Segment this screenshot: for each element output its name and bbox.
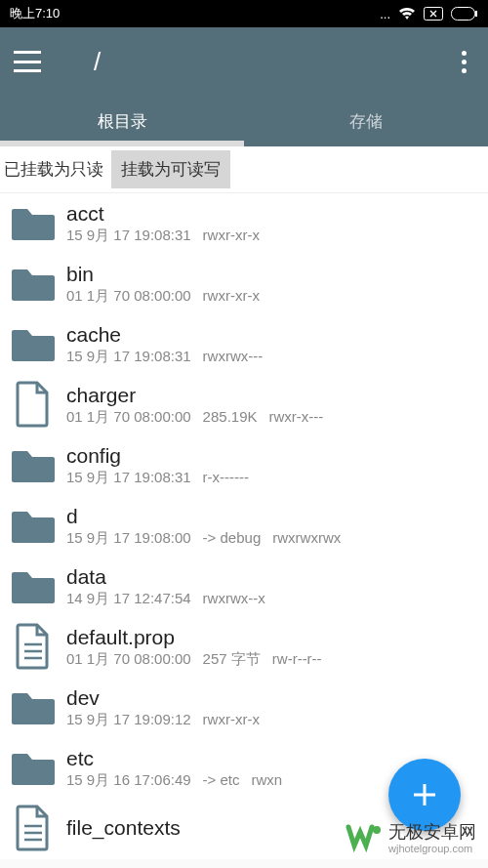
toolbar: / [0, 27, 488, 96]
file-meta: 15 9月 17 19:08:31rwxr-xr-x [66, 227, 478, 245]
file-name: dev [66, 684, 478, 711]
file-info: acct 15 9月 17 19:08:31rwxr-xr-x [66, 200, 478, 245]
file-info: data 14 9月 17 12:47:54rwxrwx--x [66, 563, 478, 608]
plus-icon [410, 780, 439, 809]
file-name: default.prop [66, 624, 478, 650]
file-name: data [66, 563, 478, 590]
file-meta-part: 01 1月 70 08:00:00 [66, 408, 191, 427]
file-info: default.prop 01 1月 70 08:00:00257 字节rw-r… [66, 624, 478, 669]
file-info: config 15 9月 17 19:08:31r-x------ [66, 442, 478, 487]
mount-rw-button[interactable]: 挂载为可读写 [111, 150, 230, 188]
folder-icon [10, 562, 57, 609]
file-name: d [66, 503, 478, 529]
folder-icon [10, 320, 57, 367]
folder-icon [10, 744, 57, 791]
file-meta-part: rwxr-xr-x [203, 711, 260, 729]
file-meta-part: rwxrwxrwx [272, 529, 341, 548]
file-meta-part: 15 9月 16 17:06:49 [66, 771, 191, 790]
file-meta-part: -> etc [203, 771, 240, 790]
file-meta: 15 9月 17 19:09:12rwxr-xr-x [66, 711, 478, 729]
file-meta: 15 9月 17 19:08:31rwxrwx--- [66, 348, 478, 366]
path-title: / [94, 47, 101, 77]
folder-icon [10, 441, 57, 488]
list-item[interactable]: data 14 9月 17 12:47:54rwxrwx--x [0, 557, 488, 617]
file-meta: 01 1月 70 08:00:00rwxr-xr-x [66, 287, 478, 306]
file-meta-part: rwxrwx--x [203, 590, 265, 608]
folder-icon [10, 260, 57, 307]
mount-bar: 已挂载为只读 挂载为可读写 [0, 146, 488, 193]
file-meta-part: 14 9月 17 12:47:54 [66, 590, 191, 608]
list-item[interactable]: charger 01 1月 70 08:00:00285.19Krwxr-x--… [0, 375, 488, 435]
file-meta-part: 15 9月 17 19:08:31 [66, 227, 191, 245]
file-meta-part: rwxr-x--- [269, 408, 324, 427]
file-meta-part: -> debug [203, 529, 262, 548]
list-item[interactable]: bin 01 1月 70 08:00:00rwxr-xr-x [0, 254, 488, 314]
file-meta-part: rwxr-xr-x [203, 227, 260, 245]
file-name: cache [66, 321, 478, 348]
folder-icon [10, 683, 57, 730]
file-name: bin [66, 261, 478, 287]
app-bar: / 根目录 存储 [0, 27, 488, 146]
file-meta-part: 15 9月 17 19:09:12 [66, 711, 191, 729]
file-meta: 14 9月 17 12:47:54rwxrwx--x [66, 590, 478, 608]
file-info: charger 01 1月 70 08:00:00285.19Krwxr-x--… [66, 382, 478, 427]
file-meta: 01 1月 70 08:00:00285.19Krwxr-x--- [66, 408, 478, 427]
status-time: 晚上7:10 [10, 5, 60, 22]
list-item[interactable]: cache 15 9月 17 19:08:31rwxrwx--- [0, 314, 488, 375]
file-name: config [66, 442, 478, 469]
file-meta-part: 285.19K [203, 408, 258, 427]
file-meta: 15 9月 17 19:08:00-> debugrwxrwxrwx [66, 529, 478, 548]
tabs: 根目录 存储 [0, 96, 488, 146]
list-item[interactable]: config 15 9月 17 19:08:31r-x------ [0, 435, 488, 496]
file-meta-part: rwxrwx--- [203, 348, 264, 366]
file-meta-part: 01 1月 70 08:00:00 [66, 287, 191, 306]
list-item[interactable]: dev 15 9月 17 19:09:12rwxr-xr-x [0, 678, 488, 738]
text-icon [10, 623, 57, 670]
file-meta-part: 15 9月 17 19:08:00 [66, 529, 191, 548]
file-meta: 15 9月 17 19:08:31r-x------ [66, 469, 478, 487]
folder-icon [10, 502, 57, 549]
list-item[interactable]: default.prop 01 1月 70 08:00:00257 字节rw-r… [0, 617, 488, 678]
svg-rect-1 [452, 8, 475, 21]
file-meta-part: rwxn [252, 771, 283, 790]
tab-storage[interactable]: 存储 [244, 96, 488, 146]
folder-icon [10, 199, 57, 246]
file-meta-part: 15 9月 17 19:08:31 [66, 469, 191, 487]
file-meta-part: r-x------ [203, 469, 249, 487]
file-info: cache 15 9月 17 19:08:31rwxrwx--- [66, 321, 478, 366]
svg-rect-2 [475, 11, 477, 17]
mount-status: 已挂载为只读 [4, 158, 103, 181]
status-bar: 晚上7:10 ... [0, 0, 488, 27]
list-item[interactable]: d 15 9月 17 19:08:00-> debugrwxrwxrwx [0, 496, 488, 557]
file-info: bin 01 1月 70 08:00:00rwxr-xr-x [66, 261, 478, 306]
list-item[interactable]: acct 15 9月 17 19:08:31rwxr-xr-x [0, 193, 488, 254]
file-name: charger [66, 382, 478, 408]
file-info: dev 15 9月 17 19:09:12rwxr-xr-x [66, 684, 478, 729]
text-icon [10, 805, 57, 851]
file-meta: 01 1月 70 08:00:00257 字节rw-r--r-- [66, 650, 478, 669]
file-meta-part: 15 9月 17 19:08:31 [66, 348, 191, 366]
tab-root[interactable]: 根目录 [0, 96, 244, 146]
file-meta-part: rw-r--r-- [272, 650, 322, 669]
battery-icon [451, 7, 478, 21]
file-meta-part: 257 字节 [203, 650, 261, 669]
file-info: d 15 9月 17 19:08:00-> debugrwxrwxrwx [66, 503, 478, 548]
close-box-icon [424, 7, 443, 21]
wifi-icon [398, 7, 416, 21]
file-meta-part: 01 1月 70 08:00:00 [66, 650, 191, 669]
file-meta-part: rwxr-xr-x [203, 287, 260, 306]
cellular-icon: ... [380, 7, 390, 21]
status-icons: ... [380, 7, 478, 21]
menu-icon[interactable] [14, 51, 41, 72]
more-icon[interactable] [454, 43, 474, 81]
file-icon [10, 381, 57, 428]
add-button[interactable] [388, 759, 461, 831]
file-name: acct [66, 200, 478, 227]
